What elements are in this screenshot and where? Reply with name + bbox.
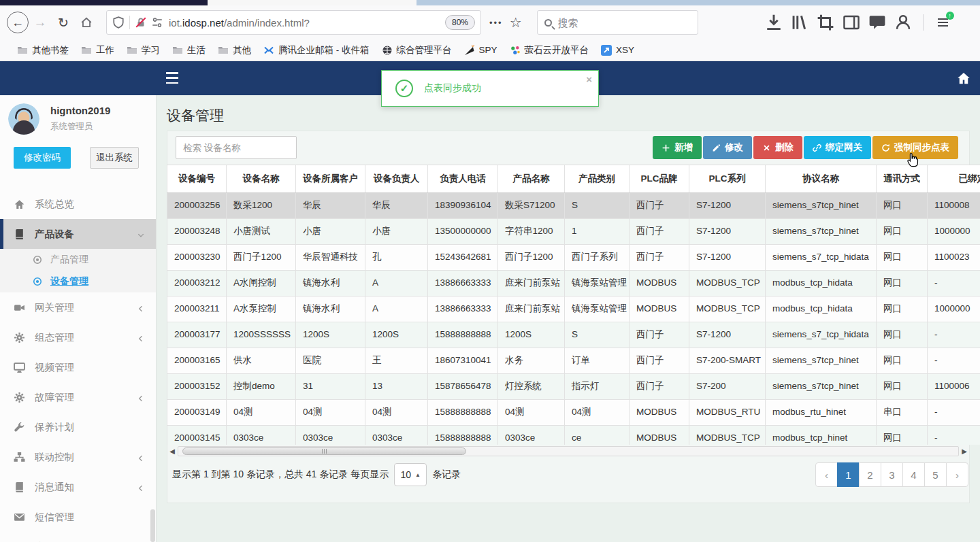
device-search-input[interactable]	[176, 136, 297, 159]
table-cell: 西门子	[630, 374, 689, 399]
table-row[interactable]: 200003256数采1200华辰华辰18390936104数采S71200S西…	[167, 193, 980, 219]
table-row[interactable]: 200003212A水闸控制镇海水利A13886663333庶来门前泵站镇海泵站…	[167, 271, 980, 297]
table-row[interactable]: 2000031450303ce0303ce0303ce1588888888803…	[167, 426, 980, 445]
bookmark-item[interactable]: 萤石云开放平台	[504, 42, 595, 58]
pagination-page-3[interactable]: 3	[881, 462, 903, 487]
hscroll-right-arrow[interactable]: ▶	[959, 446, 970, 457]
table-row[interactable]: 200003248小唐测试小唐小唐13500000000字符串12001西门子S…	[167, 219, 980, 245]
table-cell: -	[928, 271, 980, 296]
sidebar-item[interactable]: 短信管理	[0, 502, 156, 532]
bookmark-item[interactable]: 腾讯企业邮箱 - 收件箱	[257, 42, 376, 58]
table-cell: S7-200-SMART	[689, 348, 766, 373]
app-home-icon[interactable]	[957, 71, 970, 85]
table-row[interactable]: 2000031771200SSSSSS1200S1200S15888888888…	[167, 322, 980, 348]
bookmark-item[interactable]: SPY	[458, 42, 504, 58]
sidebar-item[interactable]: 产品设备	[0, 219, 156, 249]
pagination-page-1[interactable]: 1	[837, 462, 860, 487]
logout-button[interactable]: 退出系统	[90, 147, 139, 169]
action-buttons: 新增修改删除绑定网关强制同步点表	[632, 136, 958, 159]
hscroll-left-arrow[interactable]: ◀	[167, 446, 178, 457]
active-tab-segment[interactable]	[208, 0, 416, 5]
reload-button[interactable]: ↻	[52, 11, 75, 34]
back-button[interactable]: ←	[7, 12, 29, 33]
table-row[interactable]: 200003211A水泵控制镇海水利A13886663333庶来门前泵站镇海泵站…	[167, 297, 980, 322]
sidebar-item[interactable]: 网关管理	[0, 292, 156, 322]
sidebar-item[interactable]: 系统总览	[0, 189, 156, 219]
browser-search-input[interactable]	[558, 17, 674, 29]
toast-close-icon[interactable]: ×	[586, 73, 592, 85]
book-icon	[14, 481, 25, 493]
sidebar-item[interactable]: 故障管理	[0, 382, 156, 412]
pagination-page-4[interactable]: 4	[902, 462, 925, 487]
hscroll-thumb[interactable]	[182, 447, 466, 455]
insecure-lock-icon[interactable]	[135, 16, 147, 29]
forward-button[interactable]: →	[29, 11, 52, 34]
bookmark-star-icon[interactable]: ☆	[510, 14, 522, 31]
table-row[interactable]: 200003230西门子1200华辰智通科技孔15243642681西门子120…	[167, 245, 980, 271]
home-button[interactable]	[75, 11, 98, 34]
page-actions-icon[interactable]: •••	[489, 18, 503, 28]
action-button-新增[interactable]: 新增	[653, 136, 702, 159]
sidebars-icon[interactable]	[843, 14, 860, 31]
screenshot-icon[interactable]	[817, 14, 834, 31]
sidebar-scrollbar-thumb[interactable]	[150, 509, 155, 542]
zoom-level-badge[interactable]: 80%	[445, 15, 475, 30]
table-cell: 200003248	[167, 219, 227, 244]
chevron-left-icon	[137, 303, 145, 311]
sidebar-item[interactable]: 组态管理	[0, 322, 156, 352]
pocket-bubble-icon[interactable]	[868, 14, 886, 31]
table-row[interactable]: 200003165供水医院王18607310041水务订单西门子S7-200-S…	[167, 348, 980, 374]
permissions-icon[interactable]	[151, 16, 163, 29]
table-cell: 网口	[877, 348, 928, 373]
sidebar-item[interactable]: 联动控制	[0, 442, 156, 472]
table-cell: 网口	[877, 374, 928, 399]
bookmark-item[interactable]: 其他书签	[11, 42, 75, 58]
pagination-next[interactable]: ›	[946, 462, 968, 487]
sidebar-item-label: 保养计划	[35, 421, 74, 434]
sidebar-toggle-icon[interactable]	[166, 72, 178, 84]
sidebar-item-label: 故障管理	[35, 391, 74, 404]
sidebar-item[interactable]: 上报管理	[0, 532, 156, 542]
bookmark-item[interactable]: 工作	[75, 42, 120, 58]
pagination-prev[interactable]: ‹	[815, 462, 838, 487]
url-bar[interactable]: iot.idosp.net/admin/index.html? 80%	[106, 10, 481, 35]
menu-hamburger-icon[interactable]: ↑	[934, 14, 952, 31]
bookmark-item[interactable]: XSY	[595, 42, 640, 58]
sidebar-item[interactable]: 视频管理	[0, 352, 156, 382]
shield-icon[interactable]	[112, 16, 125, 29]
sidebar-item[interactable]: 产品管理	[0, 249, 156, 271]
change-password-button[interactable]: 修改密码	[14, 147, 71, 169]
table-cell: 1200S	[498, 322, 565, 348]
table-row[interactable]: 200003152控制demo311315878656478灯控系统指示灯西门子…	[167, 374, 980, 400]
column-header: 已绑定网关	[928, 165, 980, 192]
wrench-icon	[14, 422, 25, 433]
hscroll-track[interactable]	[178, 446, 959, 456]
action-button-绑定网关[interactable]: 绑定网关	[804, 136, 871, 159]
bookmark-item[interactable]: 综合管理平台	[376, 42, 458, 58]
library-icon[interactable]	[791, 14, 808, 31]
pagination-page-2[interactable]: 2	[859, 462, 881, 487]
table-cell: S7-1200	[689, 193, 766, 218]
table-cell: 镇海泵站管理	[565, 271, 630, 296]
table-cell: 1000000	[928, 297, 980, 322]
sidebar-item[interactable]: 保养计划	[0, 412, 156, 442]
bookmark-item[interactable]: 生活	[166, 42, 212, 58]
sidebar-item[interactable]: 消息通知	[0, 472, 156, 502]
pagination-page-5[interactable]: 5	[924, 462, 947, 487]
bookmark-item[interactable]: 其他	[212, 42, 257, 58]
bookmark-item[interactable]: 学习	[120, 42, 166, 58]
table-cell: 1100023	[928, 245, 980, 270]
action-button-修改[interactable]: 修改	[703, 136, 752, 159]
account-icon[interactable]	[894, 14, 912, 31]
folder-icon	[17, 45, 28, 56]
action-button-强制同步点表[interactable]: 强制同步点表	[872, 136, 958, 159]
table-cell: 镇海水利	[296, 271, 365, 296]
envelope-icon	[14, 511, 25, 523]
page-size-select[interactable]: 10▲	[394, 463, 427, 486]
action-button-删除[interactable]: 删除	[753, 136, 802, 159]
downloads-icon[interactable]	[765, 14, 783, 31]
sidebar-item[interactable]: 设备管理	[0, 271, 156, 292]
table-row[interactable]: 20000314904测04测04测1588888888804测04测MODBU…	[167, 400, 980, 426]
avatar[interactable]	[8, 103, 39, 135]
browser-search-box[interactable]	[537, 10, 698, 35]
